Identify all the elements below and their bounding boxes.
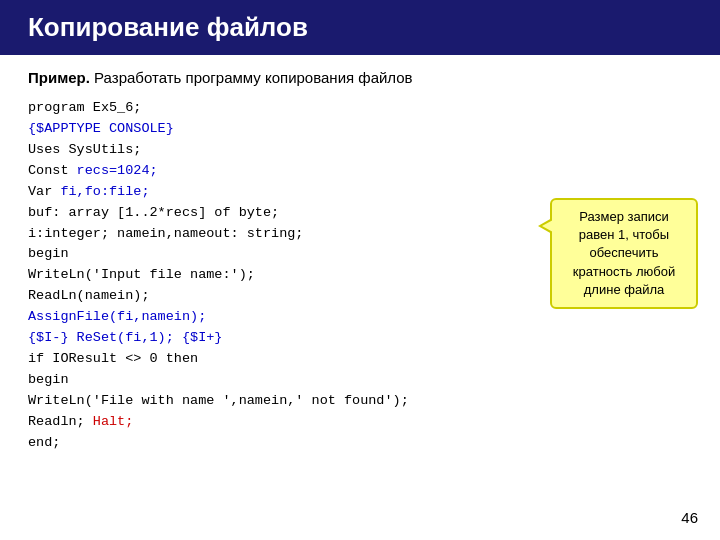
subtitle-bold: Пример. bbox=[28, 69, 90, 86]
slide: Копирование файлов Пример. Разработать п… bbox=[0, 0, 720, 540]
code-line-15: WriteLn('File with name ',namein,' not f… bbox=[28, 391, 692, 412]
page-number: 46 bbox=[681, 509, 698, 526]
code-line-11: AssignFile(fi,namein); bbox=[28, 307, 692, 328]
tooltip-text: Размер записи равен 1, чтобы обеспечить … bbox=[573, 209, 675, 297]
code-line-13: if IOResult <> 0 then bbox=[28, 349, 692, 370]
code-line-2: {$APPTYPE CONSOLE} bbox=[28, 119, 692, 140]
page-title: Копирование файлов bbox=[28, 12, 692, 43]
tooltip-bubble: Размер записи равен 1, чтобы обеспечить … bbox=[550, 198, 698, 309]
code-line-3: Uses SysUtils; bbox=[28, 140, 692, 161]
code-line-12: {$I-} ReSet(fi,1); {$I+} bbox=[28, 328, 692, 349]
code-line-1: program Ex5_6; bbox=[28, 98, 692, 119]
code-line-14: begin bbox=[28, 370, 692, 391]
title-bar: Копирование файлов bbox=[0, 0, 720, 55]
subtitle-text: Разработать программу копирования файлов bbox=[90, 69, 413, 86]
code-line-17: end; bbox=[28, 433, 692, 454]
subtitle: Пример. Разработать программу копировани… bbox=[28, 69, 692, 86]
code-line-16: Readln; Halt; bbox=[28, 412, 692, 433]
code-line-4: Const recs=1024; bbox=[28, 161, 692, 182]
